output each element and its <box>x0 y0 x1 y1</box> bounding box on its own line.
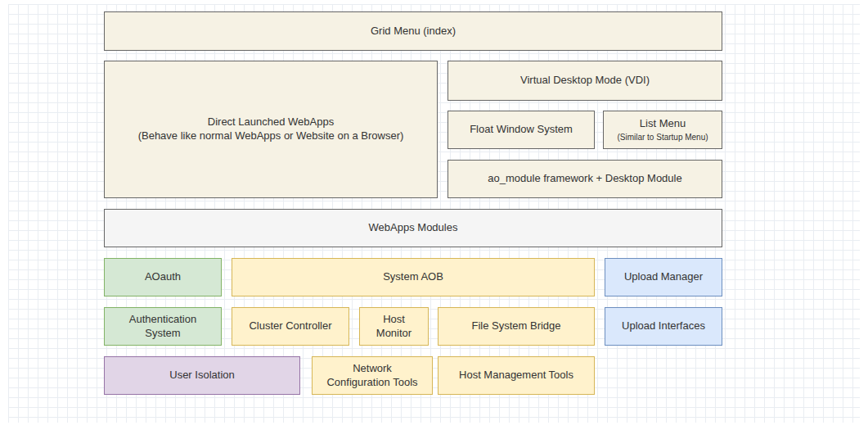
system-aob-box: System AOB <box>232 258 595 296</box>
webapps-modules-label: WebApps Modules <box>369 221 458 235</box>
upload-manager-box: Upload Manager <box>605 258 722 296</box>
float-window-system-label: Float Window System <box>470 123 573 137</box>
cluster-controller-label: Cluster Controller <box>249 319 331 333</box>
host-management-tools-box: Host Management Tools <box>438 356 595 395</box>
user-isolation-box: User Isolation <box>104 356 300 395</box>
authentication-system-box: Authentication System <box>104 307 222 346</box>
system-aob-label: System AOB <box>383 270 443 284</box>
aoauth-label: AOauth <box>145 270 181 284</box>
grid-menu-label: Grid Menu (index) <box>371 25 456 38</box>
diagram-canvas: Grid Menu (index) Direct Launched WebApp… <box>0 0 868 430</box>
host-management-tools-label: Host Management Tools <box>459 369 573 382</box>
upload-interfaces-label: Upload Interfaces <box>622 319 705 333</box>
upload-interfaces-box: Upload Interfaces <box>605 307 722 346</box>
virtual-desktop-mode-box: Virtual Desktop Mode (VDI) <box>447 61 722 101</box>
host-monitor-box: Host Monitor <box>359 307 429 346</box>
list-menu-box: List Menu (Similar to Startup Menu) <box>603 111 722 149</box>
direct-launched-webapps-label: Direct Launched WebApps (Behave like nor… <box>138 115 404 143</box>
list-menu-label: List Menu <box>640 117 686 131</box>
file-system-bridge-box: File System Bridge <box>438 307 595 346</box>
host-monitor-label: Host Monitor <box>376 313 412 341</box>
direct-launched-webapps-box: Direct Launched WebApps (Behave like nor… <box>104 61 438 198</box>
user-isolation-label: User Isolation <box>169 369 234 382</box>
webapps-modules-bar: WebApps Modules <box>104 209 722 247</box>
virtual-desktop-mode-label: Virtual Desktop Mode (VDI) <box>520 74 650 88</box>
aoauth-box: AOauth <box>104 258 222 296</box>
authentication-system-label: Authentication System <box>129 313 196 341</box>
network-configuration-tools-label: Network Configuration Tools <box>326 362 417 390</box>
cluster-controller-box: Cluster Controller <box>232 307 349 346</box>
float-window-system-box: Float Window System <box>447 111 595 149</box>
list-menu-sublabel: (Similar to Startup Menu) <box>617 132 708 143</box>
network-configuration-tools-box: Network Configuration Tools <box>312 356 433 395</box>
upload-manager-label: Upload Manager <box>624 270 703 284</box>
ao-module-framework-label: ao_module framework + Desktop Module <box>488 172 681 186</box>
ao-module-framework-box: ao_module framework + Desktop Module <box>447 160 722 198</box>
grid-menu-box: Grid Menu (index) <box>104 11 722 51</box>
file-system-bridge-label: File System Bridge <box>471 319 560 333</box>
